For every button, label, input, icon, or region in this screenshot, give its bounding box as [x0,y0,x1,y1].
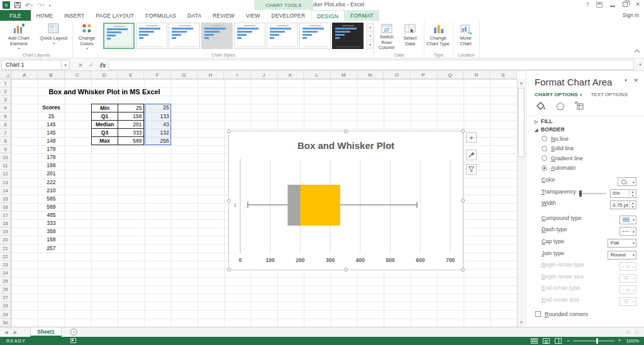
score-cell[interactable]: 222 [38,178,64,187]
chart-style-1[interactable] [103,23,135,49]
score-cell[interactable]: 210 [38,187,64,195]
row-header-21[interactable]: 21 [0,244,11,253]
change-chart-type-button[interactable]: Change Chart Type [426,22,450,51]
column-header-k[interactable]: K [277,71,304,79]
color-picker-button[interactable]: ▾ [618,177,636,186]
row-header-3[interactable]: 3 [0,96,11,104]
column-header-s[interactable]: S [490,71,516,79]
tab-page-layout[interactable]: PAGE LAYOUT [90,10,140,21]
zoom-slider-thumb[interactable] [596,338,598,344]
chart-elements-plus-icon[interactable]: + [466,132,477,143]
column-header-h[interactable]: H [197,71,224,79]
add-chart-element-button[interactable]: Add Chart Element▾ [3,22,35,51]
column-header-j[interactable]: J [251,71,277,79]
macro-record-icon[interactable] [70,338,76,343]
column-header-m[interactable]: M [331,71,357,79]
chart-style-6[interactable] [267,23,298,49]
row-header-28[interactable]: 28 [0,302,11,310]
tab-formulas[interactable]: FORMULAS [140,10,182,21]
chart-selection-handle[interactable] [227,199,231,202]
help-icon[interactable]: ? [586,1,589,8]
row-header-9[interactable]: 9 [0,145,11,153]
chart-style-2[interactable] [136,23,167,49]
select-all-corner[interactable] [0,71,11,79]
chart-object[interactable]: 01002003004005006007001Box and Whisker P… [228,131,464,270]
row-header-17[interactable]: 17 [0,211,11,219]
score-cell[interactable]: 201 [38,170,64,178]
score-cell[interactable]: 257 [38,244,64,253]
chart-style-8[interactable] [332,23,364,49]
change-colors-button[interactable]: Change Colors▾ [74,22,99,51]
chart-options-tab[interactable]: CHART OPTIONS ▾ [535,92,582,97]
zoom-slider[interactable] [573,341,614,341]
name-box-dropdown-icon[interactable]: ▼ [62,60,70,70]
row-header-7[interactable]: 7 [0,129,11,137]
stat-label-cell[interactable]: Q1 [91,112,118,121]
row-header-8[interactable]: 8 [0,137,11,145]
tab-review[interactable]: REVIEW [207,10,240,21]
row-header-6[interactable]: 6 [0,121,11,129]
score-cell[interactable]: 198 [38,162,64,170]
dropdown-dash-type[interactable]: ▾ [619,227,636,236]
column-header-f[interactable]: F [144,71,170,79]
column-header-p[interactable]: P [410,71,436,79]
dropdown-compound-type[interactable]: ▾ [619,216,636,224]
column-header-i[interactable]: I [224,71,250,79]
new-sheet-icon[interactable]: + [70,329,77,336]
gallery-up-icon[interactable]: ▲ [367,23,374,31]
row-header-29[interactable]: 29 [0,310,11,319]
dropdown-join-type[interactable]: Round▾ [608,251,636,260]
score-cell[interactable]: 148 [38,137,64,145]
stat-value-cell[interactable]: 333 [118,129,144,137]
normal-view-icon[interactable] [531,338,538,344]
row-header-18[interactable]: 18 [0,219,11,227]
chart-selection-handle[interactable] [461,129,465,133]
stat-value-cell[interactable]: 589 [118,137,144,145]
row-header-10[interactable]: 10 [0,153,11,162]
score-cell[interactable]: 158 [38,236,64,244]
column-header-l[interactable]: L [304,71,330,79]
tab-data[interactable]: DATA [182,10,207,21]
score-cell[interactable]: 25 [38,112,64,121]
text-options-tab[interactable]: TEXT OPTIONS [591,92,628,97]
stat-label-cell[interactable]: Q3 [91,129,118,137]
stat-value-cell[interactable]: 25 [118,104,144,112]
quick-layout-button[interactable]: Quick Layout▾ [38,22,70,51]
restore-icon[interactable] [623,2,628,7]
score-cell[interactable]: 333 [38,219,64,227]
page-break-view-icon[interactable] [555,338,562,344]
sheet-nav-left-icon[interactable]: ◀ [4,330,8,335]
column-header-b[interactable]: B [38,71,64,79]
chart-selection-handle[interactable] [461,268,465,271]
score-cell[interactable]: 145 [38,121,64,129]
row-header-23[interactable]: 23 [0,261,11,269]
stat-label-cell[interactable]: Max [91,137,118,145]
name-box[interactable]: Chart 1 [1,60,62,70]
stat-value-cell[interactable]: 201 [118,121,144,129]
score-cell[interactable]: 485 [38,211,64,219]
zoom-in-icon[interactable]: + [618,337,621,344]
score-cell[interactable]: 178 [38,145,64,153]
sheet-nav-right-icon[interactable]: ▶ [14,330,17,335]
radio-automatic[interactable]: Automatic [541,163,644,173]
zoom-out-icon[interactable]: − [567,337,570,344]
row-header-13[interactable]: 13 [0,178,11,187]
scroll-down-icon[interactable]: ▼ [518,319,525,327]
gallery-down-icon[interactable]: ▼ [367,31,374,40]
row-header-2[interactable]: 2 [0,87,11,96]
switch-row-column-button[interactable]: Switch Row/ Column [375,22,398,51]
column-header-o[interactable]: O [384,71,410,79]
radio-no-line[interactable]: No line [541,134,644,144]
score-cell[interactable]: 178 [38,153,64,162]
row-header-26[interactable]: 26 [0,285,11,293]
tab-format[interactable]: FORMAT [345,10,379,21]
stat-value-cell[interactable]: 158 [118,112,144,121]
row-header-12[interactable]: 12 [0,170,11,178]
transparency-spinner[interactable]: 0%▲▼ [610,189,636,198]
fill-section-header[interactable]: ▷FILL [535,118,636,124]
horizontal-scrollbar[interactable]: ◁ ▷ [626,330,641,335]
stat-label-cell[interactable]: Median [91,121,118,129]
dropdown-cap-type[interactable]: Flat▾ [608,239,636,248]
row-header-15[interactable]: 15 [0,195,11,203]
vertical-scrollbar[interactable]: ▲ ▼ [517,79,525,327]
